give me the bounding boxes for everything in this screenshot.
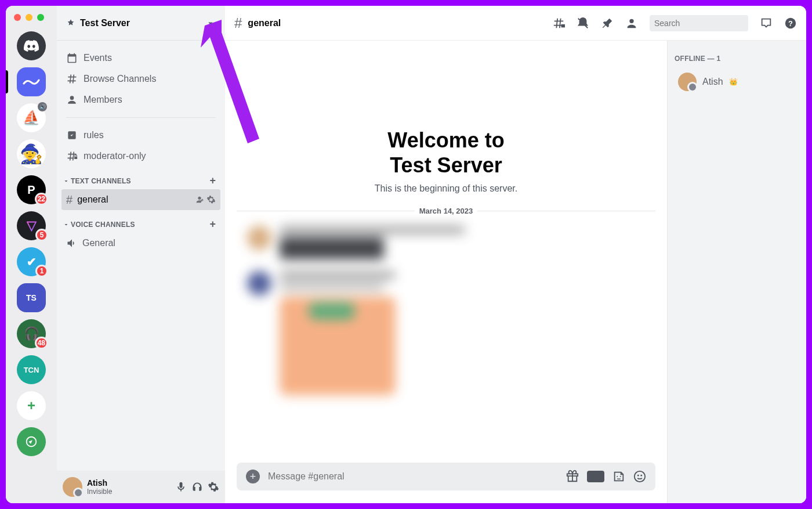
nav-label: Browse Channels — [84, 74, 156, 84]
server-item[interactable]: TCN — [17, 355, 46, 384]
channel-general[interactable]: # general — [61, 189, 220, 210]
category-text-channels[interactable]: TEXT CHANNELS + — [61, 167, 220, 189]
server-badge: 5 — [35, 229, 48, 241]
add-channel-button[interactable]: + — [209, 175, 218, 187]
nav-label: Events — [84, 53, 112, 63]
chevron-down-icon — [63, 178, 70, 185]
svg-rect-1 — [74, 157, 77, 159]
channel-label: General — [82, 238, 216, 248]
welcome-subtitle: This is the beginning of this server. — [237, 183, 655, 194]
gear-icon[interactable] — [206, 195, 216, 204]
user-avatar[interactable] — [63, 477, 82, 497]
channel-moderator-only[interactable]: moderator-only — [61, 146, 220, 167]
hash-lock-icon — [66, 150, 78, 162]
server-add-button[interactable]: + — [17, 391, 46, 420]
chevron-down-icon — [205, 18, 216, 28]
calendar-icon — [66, 52, 78, 64]
user-panel: Atish Invisible — [57, 471, 225, 503]
svg-point-5 — [617, 476, 618, 477]
settings-button[interactable] — [208, 481, 219, 493]
nav-events[interactable]: Events — [61, 48, 220, 68]
pinned-icon[interactable] — [601, 17, 614, 30]
invite-icon[interactable] — [195, 195, 204, 204]
server-item[interactable]: 🧙 — [17, 139, 46, 168]
svg-text:?: ? — [788, 19, 793, 27]
user-status-label: Invisible — [87, 488, 171, 496]
channel-label: general — [77, 194, 190, 205]
threads-icon[interactable] — [552, 17, 565, 30]
window-minimize-button[interactable] — [26, 14, 32, 21]
svg-point-6 — [620, 476, 621, 477]
server-rail: ⛵🔊 🧙 P22 ▽5 ✔1 TS 🎧48 TCN + — [6, 6, 57, 503]
message-input[interactable] — [268, 471, 558, 482]
voice-channel-general[interactable]: General — [61, 233, 220, 254]
upload-button[interactable]: + — [246, 470, 260, 483]
sticker-icon[interactable] — [612, 470, 625, 483]
search-box[interactable] — [650, 15, 748, 31]
server-item[interactable]: TS — [17, 283, 46, 312]
server-item[interactable]: ⛵🔊 — [17, 103, 46, 132]
date-label: March 14, 2023 — [419, 207, 473, 215]
server-badge: 48 — [35, 337, 48, 349]
mute-button[interactable] — [175, 481, 187, 493]
channel-label: moderator-only — [84, 151, 146, 161]
channel-rules[interactable]: rules — [61, 125, 220, 146]
member-avatar — [678, 73, 697, 91]
chevron-down-icon — [63, 221, 70, 228]
server-header-dropdown[interactable]: Test Server — [57, 6, 225, 41]
channel-sidebar: Test Server Events Browse Channels Membe… — [57, 6, 225, 503]
blurred-messages — [237, 226, 655, 463]
members-icon — [66, 94, 78, 106]
server-badge: 22 — [35, 193, 48, 205]
svg-point-8 — [637, 475, 639, 476]
message-input-bar: + GIF — [237, 463, 655, 490]
chat-area: Welcome toTest Server This is the beginn… — [225, 41, 667, 503]
category-voice-channels[interactable]: VOICE CHANNELS + — [61, 210, 220, 233]
main-area: # general ? Welcome toTest Server This i — [225, 6, 806, 503]
channel-title: general — [248, 18, 552, 28]
server-item[interactable]: 🎧48 — [17, 319, 46, 348]
window-maximize-button[interactable] — [37, 14, 44, 21]
server-item[interactable]: P22 — [17, 175, 46, 204]
server-explore-button[interactable] — [17, 427, 46, 456]
hash-search-icon — [66, 73, 78, 85]
memberlist-toggle[interactable] — [625, 17, 638, 30]
welcome-title-1: Welcome to — [387, 128, 504, 152]
top-bar: # general ? — [225, 6, 806, 41]
notifications-icon[interactable] — [577, 17, 589, 30]
svg-point-7 — [635, 471, 645, 482]
welcome-title-2: Test Server — [390, 153, 502, 177]
nav-label: Members — [84, 95, 122, 105]
welcome-block: Welcome toTest Server This is the beginn… — [237, 41, 655, 194]
category-label: TEXT CHANNELS — [71, 177, 209, 185]
user-info[interactable]: Atish Invisible — [87, 478, 171, 496]
svg-rect-2 — [561, 24, 565, 27]
gif-button[interactable]: GIF — [587, 471, 604, 482]
member-item[interactable]: Atish 👑 — [675, 68, 799, 95]
hash-icon: # — [66, 193, 72, 207]
hash-icon: # — [234, 15, 242, 31]
nav-browse-channels[interactable]: Browse Channels — [61, 68, 220, 89]
nav-members[interactable]: Members — [61, 89, 220, 110]
server-item[interactable]: ✔1 — [17, 247, 46, 276]
channel-label: rules — [84, 130, 104, 140]
rules-icon — [66, 129, 78, 141]
add-channel-button[interactable]: + — [209, 218, 218, 230]
server-badge: 1 — [35, 265, 48, 277]
help-icon[interactable]: ? — [784, 17, 797, 30]
member-category-label: OFFLINE — 1 — [675, 55, 799, 63]
server-item[interactable]: ▽5 — [17, 211, 46, 240]
search-input[interactable] — [654, 19, 756, 28]
gift-icon[interactable] — [566, 470, 579, 483]
date-divider: March 14, 2023 — [237, 207, 655, 215]
member-list: OFFLINE — 1 Atish 👑 — [667, 41, 806, 503]
emoji-icon[interactable] — [633, 470, 646, 483]
svg-point-9 — [640, 475, 642, 476]
deafen-button[interactable] — [191, 481, 203, 493]
window-close-button[interactable] — [14, 14, 21, 21]
server-item-active[interactable] — [17, 67, 46, 96]
member-name-label: Atish — [702, 77, 723, 87]
server-dm-button[interactable] — [17, 31, 46, 60]
category-label: VOICE CHANNELS — [71, 221, 209, 229]
inbox-icon[interactable] — [760, 17, 773, 30]
